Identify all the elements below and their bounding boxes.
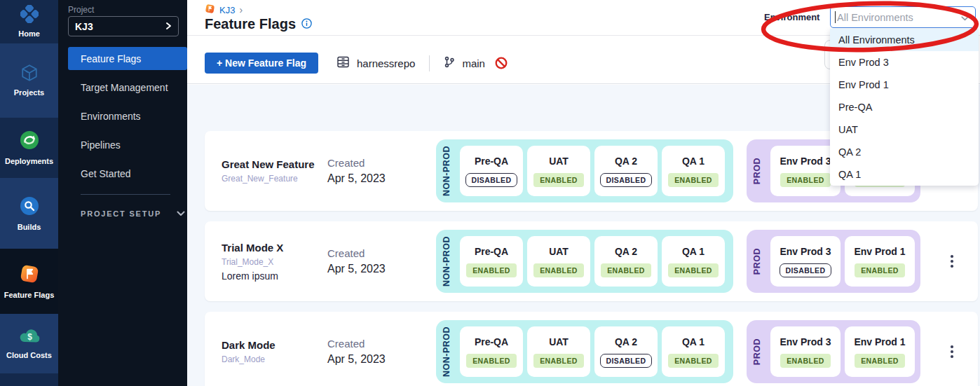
- environment-name: UAT: [549, 246, 569, 257]
- sidebar-item-get-started[interactable]: Get Started: [58, 162, 187, 185]
- sidebar-item-pipelines[interactable]: Pipelines: [58, 133, 187, 156]
- breadcrumb-project-link[interactable]: KJ3: [219, 5, 235, 15]
- cloud-costs-icon: $: [18, 327, 41, 346]
- environment-name: Env Prod 3: [780, 156, 831, 167]
- flag-info: Trial Mode X Trial_Mode_X Lorem ipsum: [222, 221, 327, 301]
- flag-state-badge: ENABLED: [668, 173, 719, 187]
- flag-state-badge: ENABLED: [533, 263, 584, 277]
- environment-name: QA 1: [682, 246, 705, 257]
- environment-dropdown-menu: All EnvironmentsEnv Prod 3Env Prod 1Pre-…: [830, 29, 979, 186]
- rail-label: Home: [18, 29, 40, 38]
- environment-name: Env Prod 1: [854, 246, 905, 257]
- project-name: KJ3: [75, 21, 93, 32]
- non-prod-cards: Pre-QAENABLEDUATENABLEDQA 2ENABLEDQA 1EN…: [460, 236, 725, 287]
- chevron-right-icon: [165, 20, 172, 33]
- git-sync-info: harnessrepo main: [336, 53, 508, 74]
- environment-name: Env Prod 3: [780, 336, 831, 347]
- environment-card[interactable]: Env Prod 1ENABLED: [845, 236, 915, 287]
- environment-card[interactable]: UATENABLED: [527, 146, 590, 196]
- flag-state-badge: ENABLED: [855, 263, 905, 277]
- rail-item-deployments[interactable]: Deployments: [0, 118, 58, 178]
- flag-created: Created Apr 5, 2023: [327, 131, 386, 211]
- rail-item-feature-flags[interactable]: Feature Flags: [0, 249, 58, 314]
- non-prod-environments: NON-PROD Pre-QADISABLEDUATENABLEDQA 2DIS…: [436, 139, 733, 202]
- environment-name: UAT: [549, 156, 569, 167]
- environment-card[interactable]: QA 1ENABLED: [662, 146, 725, 196]
- text-caret: [835, 11, 836, 23]
- flag-identifier: Trial_Mode_X: [222, 257, 327, 267]
- created-date: Apr 5, 2023: [327, 353, 386, 366]
- prod-cards: Env Prod 3DISABLEDEnv Prod 1ENABLED: [770, 236, 915, 287]
- flag-state-badge: ENABLED: [466, 263, 517, 277]
- flag-state-badge: ENABLED: [780, 354, 831, 368]
- environment-option[interactable]: QA 1: [830, 163, 979, 186]
- repo-selector[interactable]: harnessrepo: [357, 57, 415, 69]
- environment-card[interactable]: Pre-QAENABLED: [460, 326, 523, 377]
- environment-card[interactable]: QA 2DISABLED: [594, 326, 658, 377]
- environment-option[interactable]: Env Prod 3: [830, 51, 979, 74]
- flag-state-badge: ENABLED: [466, 354, 517, 368]
- info-icon[interactable]: [301, 16, 312, 32]
- chevron-down-icon: [961, 11, 969, 24]
- row-options-menu-icon[interactable]: [948, 343, 956, 361]
- environment-name: UAT: [549, 336, 569, 347]
- flag-name[interactable]: Great New Feature: [222, 158, 327, 170]
- environment-card[interactable]: QA 1ENABLED: [662, 236, 725, 287]
- environment-option[interactable]: All Environments: [830, 29, 979, 51]
- prod-label: PROD: [752, 158, 768, 184]
- environment-filter-input[interactable]: All Environments: [830, 6, 976, 28]
- project-selector[interactable]: KJ3: [68, 16, 179, 36]
- environment-name: QA 1: [682, 156, 705, 167]
- flag-info: Dark Mode Dark_Mode: [222, 312, 327, 386]
- sync-disabled-icon: [495, 57, 508, 69]
- environment-card[interactable]: UATENABLED: [527, 326, 590, 377]
- flag-state-badge: ENABLED: [668, 263, 719, 277]
- flag-state-badge: ENABLED: [533, 354, 584, 368]
- flag-name[interactable]: Trial Mode X: [222, 242, 327, 254]
- rail-label: Feature Flags: [4, 291, 55, 299]
- created-label: Created: [327, 247, 386, 259]
- environment-card[interactable]: Env Prod 3DISABLED: [770, 236, 841, 287]
- environment-card[interactable]: Pre-QADISABLED: [460, 146, 523, 196]
- environment-card[interactable]: Env Prod 3ENABLED: [770, 326, 841, 377]
- environment-card[interactable]: Pre-QAENABLED: [460, 236, 523, 287]
- non-prod-label: NON-PROD: [442, 326, 457, 377]
- sidebar-item-target-management[interactable]: Target Management: [58, 76, 187, 99]
- environment-card[interactable]: UATENABLED: [527, 236, 590, 287]
- environment-option[interactable]: UAT: [830, 118, 979, 141]
- flag-state-badge: ENABLED: [780, 173, 831, 187]
- rail-item-projects[interactable]: Projects: [0, 43, 58, 118]
- row-options-menu-icon[interactable]: [948, 252, 956, 270]
- rail-label: Builds: [18, 223, 41, 231]
- branch-selector[interactable]: main: [462, 57, 485, 69]
- flag-state-badge: DISABLED: [600, 354, 653, 368]
- environment-card[interactable]: QA 2ENABLED: [594, 236, 658, 287]
- breadcrumb-separator: ›: [239, 4, 243, 15]
- environment-option[interactable]: QA 2: [830, 141, 979, 163]
- environment-filter-label: Environment: [764, 12, 819, 22]
- created-label: Created: [327, 157, 386, 169]
- rail-item-cloud-costs[interactable]: $ Cloud Costs: [0, 314, 58, 373]
- environment-card[interactable]: QA 1ENABLED: [662, 326, 725, 377]
- flag-state-badge: ENABLED: [855, 354, 905, 368]
- sidebar-item-environments[interactable]: Environments: [58, 104, 187, 127]
- flag-breadcrumb-icon: [205, 4, 215, 16]
- rail-item-home[interactable]: Home: [0, 0, 58, 43]
- rail-item-builds[interactable]: Builds: [0, 178, 58, 249]
- flag-name[interactable]: Dark Mode: [222, 339, 327, 351]
- rail-label: Deployments: [5, 157, 53, 165]
- non-prod-environments: NON-PROD Pre-QAENABLEDUATENABLEDQA 2ENAB…: [436, 230, 733, 293]
- non-prod-cards: Pre-QADISABLEDUATENABLEDQA 2DISABLEDQA 1…: [460, 146, 725, 196]
- environment-option[interactable]: Env Prod 1: [830, 74, 979, 96]
- environment-card[interactable]: QA 2DISABLED: [594, 146, 658, 196]
- module-rail: Home Projects Deployments Builds Feature…: [0, 0, 58, 386]
- environment-option[interactable]: Pre-QA: [830, 96, 979, 118]
- sidebar-item-feature-flags[interactable]: Feature Flags: [68, 47, 187, 70]
- repository-icon: [336, 55, 350, 71]
- feature-flags-icon: [19, 263, 40, 286]
- environment-card[interactable]: Env Prod 1ENABLED: [845, 326, 915, 377]
- project-setup-toggle[interactable]: PROJECT SETUP: [81, 209, 185, 218]
- flag-created: Created Apr 5, 2023: [327, 312, 386, 386]
- created-date: Apr 5, 2023: [327, 172, 386, 185]
- new-feature-flag-button[interactable]: + New Feature Flag: [205, 53, 318, 74]
